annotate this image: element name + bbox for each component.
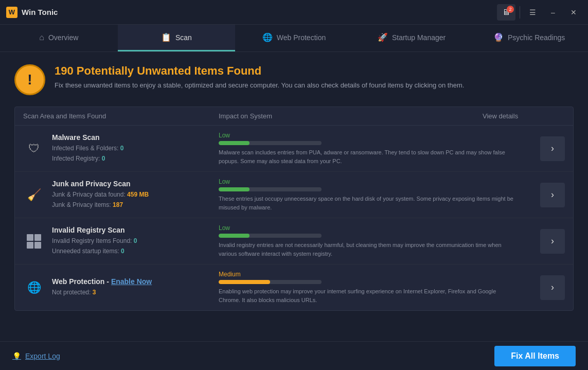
title-bar-left: W Win Tonic [6,7,58,18]
malware-scan-sub2: Infected Registry: 0 [52,154,123,164]
tab-startup-label: Startup Manager [392,33,446,42]
tab-web-protection[interactable]: 🌐 Web Protection [235,25,353,51]
startup-icon: 🚀 [378,32,388,42]
alert-headline-text: Potentially Unwanted Items Found [77,64,261,77]
web-protection-impact-level: Medium [219,271,524,278]
malware-chevron-button[interactable]: › [540,136,565,161]
junk-impact-bar-bg [219,187,322,191]
notification-badge: 2 [507,6,514,13]
web-protection-impact-bar-bg [219,280,322,284]
registry-impact-bar-fill [219,234,250,238]
table-row: Invalid Registry Scan Invalid Registry I… [15,218,573,265]
scan-icon: 📋 [161,32,171,42]
registry-impact-bar-bg [219,234,322,238]
malware-impact-desc: Malware scan includes entries from PUA, … [219,148,517,165]
junk-impact: Low These entries just occupy unnecessar… [219,178,524,212]
malware-impact-bar-bg [219,141,322,145]
junk-scan-title: Junk and Privacy Scan [52,180,149,188]
menu-button[interactable]: ☰ [524,4,541,21]
tab-web-protection-label: Web Protection [277,33,326,42]
enable-now-link[interactable]: Enable Now [111,277,152,286]
malware-scan-title: Malware Scan [52,133,123,142]
web-protection-info: Web Protection - Enable Now Not protecte… [52,277,152,297]
export-log-link[interactable]: 💡 Export Log [12,352,60,360]
malware-impact-level: Low [219,132,524,139]
title-bar-controls: 🖥 2 ☰ – ✕ [497,4,582,21]
registry-scan-icon [23,231,45,252]
alert-count: 190 [55,64,74,77]
footer: 💡 Export Log Fix All Items [0,341,588,370]
malware-scan-sub1: Infected Files & Folders: 0 [52,144,123,153]
psychic-icon: 🔮 [493,32,504,42]
web-protection-sub1: Not protected: 3 [52,288,152,297]
registry-impact: Low Invalid registry entries are not nec… [219,224,524,258]
malware-action: › [524,136,565,161]
web-protection-title: Web Protection - Enable Now [52,277,152,286]
junk-impact-desc: These entries just occupy unnecessary sp… [219,195,517,212]
table-row: 🧹 Junk and Privacy Scan Junk & Privacy d… [15,172,573,218]
scan-table: Scan Area and Items Found Impact on Syst… [14,107,574,311]
header-area: Scan Area and Items Found [23,112,219,120]
alert-icon: ! [14,64,45,95]
junk-chevron-button[interactable]: › [540,183,565,207]
junk-action: › [524,183,565,207]
minimize-button[interactable]: – [545,4,561,21]
table-row: 🌐 Web Protection - Enable Now Not protec… [15,265,573,310]
malware-impact-bar-fill [219,141,250,145]
app-name: Win Tonic [22,8,58,16]
registry-action: › [524,229,565,254]
row-left: 🧹 Junk and Privacy Scan Junk & Privacy d… [23,180,219,209]
registry-scan-sub2: Unneeded startup items: 0 [52,246,137,256]
junk-impact-bar-fill [219,187,250,191]
registry-chevron-button[interactable]: › [540,229,565,254]
notification-button[interactable]: 🖥 2 [497,4,515,21]
alert-description: Fix these unwanted items to enjoy a stab… [55,80,464,91]
malware-scan-info: Malware Scan Infected Files & Folders: 0… [52,133,123,163]
junk-impact-level: Low [219,178,524,185]
registry-scan-title: Invalid Registry Scan [52,226,137,234]
malware-scan-icon: 🛡 [23,138,45,160]
junk-scan-info: Junk and Privacy Scan Junk & Privacy dat… [52,180,149,209]
web-protection-chevron-button[interactable]: › [540,275,565,300]
tab-overview-label: Overview [48,33,78,42]
divider [520,6,520,19]
svg-rect-0 [27,234,33,241]
export-label: Export Log [25,352,60,360]
header-impact: Impact on System [219,112,483,120]
registry-impact-level: Low [219,224,524,232]
nav-tabs: ⌂ Overview 📋 Scan 🌐 Web Protection 🚀 Sta… [0,25,588,52]
fix-all-button[interactable]: Fix All Items [494,346,576,366]
table-header: Scan Area and Items Found Impact on Syst… [15,107,573,126]
tab-overview[interactable]: ⌂ Overview [0,25,118,51]
main-content: ! 190 Potentially Unwanted Items Found F… [0,52,588,342]
alert-text: 190 Potentially Unwanted Items Found Fix… [55,64,464,91]
registry-scan-sub1: Invalid Registry Items Found: 0 [52,236,137,246]
close-button[interactable]: ✕ [565,4,582,21]
row-left: Invalid Registry Scan Invalid Registry I… [23,226,219,256]
export-icon: 💡 [12,352,21,360]
web-protection-impact-desc: Enabling web protection may improve your… [219,287,517,304]
junk-scan-sub1: Junk & Privacy data found: 459 MB [52,190,149,200]
svg-rect-2 [27,242,33,249]
tab-scan[interactable]: 📋 Scan [118,25,236,51]
table-row: 🛡 Malware Scan Infected Files & Folders:… [15,126,573,172]
app-logo: W [6,7,17,18]
web-protection-impact-bar-fill [219,280,270,284]
tab-psychic-label: Psychic Readings [508,33,565,42]
web-protection-row-icon: 🌐 [23,277,45,298]
svg-rect-3 [34,242,41,249]
row-left: 🛡 Malware Scan Infected Files & Folders:… [23,133,219,163]
tab-psychic-readings[interactable]: 🔮 Psychic Readings [470,25,588,51]
junk-scan-icon: 🧹 [23,184,45,206]
registry-impact-desc: Invalid registry entries are not necessa… [219,241,517,258]
tab-scan-label: Scan [175,33,192,42]
tab-startup-manager[interactable]: 🚀 Startup Manager [353,25,471,51]
svg-rect-1 [34,234,41,241]
header-view-details: View details [483,112,565,120]
title-bar: W Win Tonic 🖥 2 ☰ – ✕ [0,0,588,25]
malware-impact: Low Malware scan includes entries from P… [219,132,524,165]
overview-icon: ⌂ [39,33,44,42]
web-protection-action: › [524,275,565,300]
web-protection-icon: 🌐 [262,32,273,42]
alert-banner: ! 190 Potentially Unwanted Items Found F… [14,64,574,95]
